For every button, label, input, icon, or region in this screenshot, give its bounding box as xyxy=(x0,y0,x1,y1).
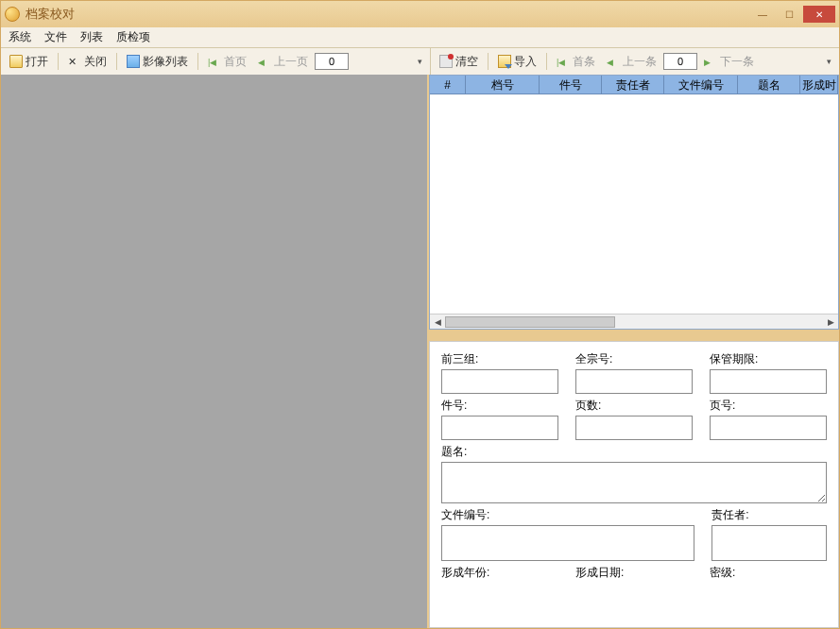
qiansanzu-input[interactable] xyxy=(441,369,558,394)
data-pane: #档号件号责任者文件编号题名形成时 ◀ ▶ 前三组: 全宗号: 保管期限: 件号… xyxy=(429,75,839,628)
import-button[interactable]: 导入 xyxy=(493,52,541,72)
grid-header: #档号件号责任者文件编号题名形成时 xyxy=(430,76,838,94)
toolbar-left: 打开 关闭 影像列表 首页 上一页 ▾ xyxy=(1,48,431,75)
column-header[interactable]: 档号 xyxy=(466,76,540,94)
yeshu-input[interactable] xyxy=(575,416,693,440)
image-list-button[interactable]: 影像列表 xyxy=(122,52,193,72)
title-bar: 档案校对 — ☐ ✕ xyxy=(1,1,839,27)
app-icon xyxy=(5,7,20,22)
field-label: 页数: xyxy=(575,398,693,414)
app-window: 档案校对 — ☐ ✕ 系统 文件 列表 质检项 打开 关闭 影像列表 首页 上一… xyxy=(0,0,840,629)
zerenzhe-input[interactable] xyxy=(711,525,827,561)
expand-right-button[interactable]: ▾ xyxy=(823,55,835,68)
expand-left-button[interactable]: ▾ xyxy=(414,55,426,68)
prev-icon xyxy=(607,55,620,68)
menu-system[interactable]: 系统 xyxy=(5,27,35,47)
image-viewer-pane xyxy=(1,75,429,628)
field-label: 形成年份: xyxy=(441,565,558,581)
prev-page-button[interactable]: 上一页 xyxy=(253,52,313,72)
close-file-button[interactable]: 关闭 xyxy=(63,52,111,72)
clear-icon xyxy=(439,55,453,68)
baoguanqixian-input[interactable] xyxy=(710,369,827,394)
scroll-left-button[interactable]: ◀ xyxy=(430,317,445,327)
next-icon xyxy=(704,55,717,68)
first-icon xyxy=(208,55,221,68)
scroll-track[interactable] xyxy=(445,316,823,328)
first-icon xyxy=(557,55,570,68)
field-label: 文件编号: xyxy=(441,507,694,523)
record-number-input[interactable] xyxy=(663,53,697,70)
field-label: 密级: xyxy=(710,565,827,581)
first-record-button[interactable]: 首条 xyxy=(552,52,600,72)
minimize-button[interactable]: — xyxy=(750,6,775,23)
field-label: 全宗号: xyxy=(575,351,693,367)
page-number-input[interactable] xyxy=(315,53,349,70)
first-page-button[interactable]: 首页 xyxy=(203,52,251,72)
horizontal-scrollbar[interactable]: ◀ ▶ xyxy=(430,314,838,329)
clear-button[interactable]: 清空 xyxy=(435,52,483,72)
scroll-right-button[interactable]: ▶ xyxy=(823,317,838,327)
next-record-button[interactable]: 下一条 xyxy=(699,52,759,72)
field-label: 保管期限: xyxy=(710,351,827,367)
field-label: 前三组: xyxy=(441,351,558,367)
close-icon xyxy=(68,55,81,68)
field-label: 形成日期: xyxy=(575,565,693,581)
column-header[interactable]: # xyxy=(430,76,466,94)
list-icon xyxy=(127,55,140,68)
menu-qc[interactable]: 质检项 xyxy=(112,27,154,47)
toolbar-right: 清空 导入 首条 上一条 下一条 ▾ xyxy=(431,48,839,75)
maximize-button[interactable]: ☐ xyxy=(777,6,801,23)
import-icon xyxy=(498,55,511,68)
window-title: 档案校对 xyxy=(26,6,75,23)
open-button[interactable]: 打开 xyxy=(5,52,53,72)
menu-bar: 系统 文件 列表 质检项 xyxy=(1,27,839,48)
separator xyxy=(488,53,489,70)
prev-icon xyxy=(258,55,271,68)
grid-body[interactable] xyxy=(430,94,838,314)
field-label: 题名: xyxy=(441,444,827,460)
wenjianbianhao-input[interactable] xyxy=(441,525,694,561)
column-header[interactable]: 责任者 xyxy=(602,76,664,94)
separator xyxy=(58,53,59,70)
column-header[interactable]: 件号 xyxy=(540,76,602,94)
data-grid: #档号件号责任者文件编号题名形成时 ◀ ▶ xyxy=(429,75,839,330)
column-header[interactable]: 文件编号 xyxy=(664,76,738,94)
column-header[interactable]: 形成时 xyxy=(800,76,838,94)
separator xyxy=(116,53,117,70)
prev-record-button[interactable]: 上一条 xyxy=(602,52,661,72)
field-label: 件号: xyxy=(441,398,558,414)
field-label: 页号: xyxy=(710,398,827,414)
separator xyxy=(197,53,198,70)
column-header[interactable]: 题名 xyxy=(738,76,800,94)
folder-open-icon xyxy=(9,55,23,68)
detail-form: 前三组: 全宗号: 保管期限: 件号: 页数: 页号: 题名: 文件编号: 责任… xyxy=(429,341,839,628)
jianhao-input[interactable] xyxy=(441,416,558,440)
quanzonghao-input[interactable] xyxy=(575,369,693,394)
timing-input[interactable] xyxy=(441,462,827,503)
field-label: 责任者: xyxy=(711,507,827,523)
menu-list[interactable]: 列表 xyxy=(77,27,107,47)
close-button[interactable]: ✕ xyxy=(803,6,835,23)
menu-file[interactable]: 文件 xyxy=(41,27,71,47)
yehao-input[interactable] xyxy=(710,416,827,440)
scroll-thumb[interactable] xyxy=(445,316,615,328)
separator xyxy=(546,53,547,70)
